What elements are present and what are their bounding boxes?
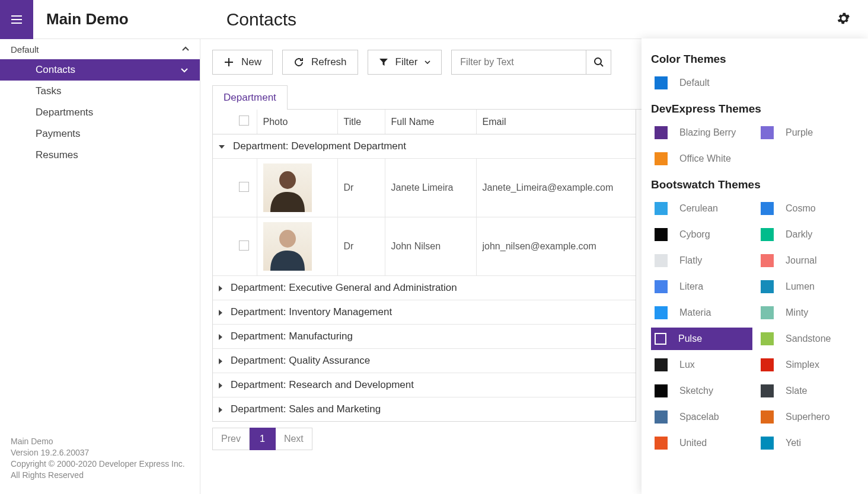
contacts-grid: Photo Title Full Name Email Department: … [212, 110, 636, 422]
sidebar-item-tasks[interactable]: Tasks [0, 81, 200, 102]
triangle-right-icon [219, 334, 222, 340]
group-row[interactable]: Department: Development Department [213, 134, 636, 159]
hamburger-icon [9, 12, 24, 27]
color-swatch [655, 280, 668, 293]
color-swatch [761, 410, 774, 424]
theme-label: Simplex [786, 360, 819, 370]
page-prev[interactable]: Prev [212, 428, 250, 450]
theme-yeti[interactable]: Yeti [757, 432, 859, 454]
theme-label: Minty [786, 307, 808, 318]
color-swatch [761, 254, 774, 267]
theme-label: Darkly [786, 229, 812, 240]
theme-sandstone[interactable]: Sandstone [757, 328, 859, 350]
theme-label: Sketchy [679, 386, 713, 396]
svg-point-0 [595, 58, 601, 65]
theme-litera[interactable]: Litera [651, 275, 752, 298]
filter-icon [379, 57, 388, 67]
theme-journal[interactable]: Journal [757, 249, 859, 272]
theme-superhero[interactable]: Superhero [757, 406, 859, 428]
color-swatch [655, 437, 668, 450]
group-row[interactable]: Department: Executive General and Admini… [213, 276, 636, 300]
theme-united[interactable]: United [651, 432, 752, 454]
group-label: Department: Sales and Marketing [231, 403, 381, 415]
theme-darkly[interactable]: Darkly [757, 223, 859, 246]
footer-line-4: All Rights Reserved [11, 470, 189, 481]
row-checkbox[interactable] [239, 182, 249, 192]
table-row[interactable]: Dr John Nilsen john_nilsen@example.com [213, 217, 636, 276]
sidebar-item-resumes[interactable]: Resumes [0, 145, 200, 166]
theme-blazing-berry[interactable]: Blazing Berry [651, 121, 752, 144]
col-email[interactable]: Email [476, 110, 636, 134]
svg-point-2 [279, 230, 296, 248]
theme-cerulean[interactable]: Cerulean [651, 197, 752, 220]
settings-button[interactable] [836, 11, 851, 28]
header-checkbox[interactable] [239, 116, 249, 126]
page-title: Contacts [226, 9, 296, 30]
theme-cosmo[interactable]: Cosmo [757, 197, 859, 220]
theme-panel: Color Themes Default DevExpress Themes B… [642, 39, 868, 494]
group-label: Department: Manufacturing [231, 331, 353, 342]
color-swatch [761, 228, 774, 241]
filter-text-input[interactable] [451, 50, 586, 75]
color-swatch [761, 280, 774, 293]
title-cell: Dr [337, 217, 385, 276]
theme-minty[interactable]: Minty [757, 301, 859, 324]
filter-group [451, 50, 611, 75]
theme-purple[interactable]: Purple [757, 121, 859, 144]
hamburger-button[interactable] [0, 0, 33, 39]
theme-lumen[interactable]: Lumen [757, 275, 859, 298]
theme-default[interactable]: Default [651, 72, 859, 94]
theme-label: Office White [679, 153, 731, 164]
color-swatch [761, 437, 774, 450]
fullname-cell: Janete Limeira [385, 159, 476, 217]
refresh-label: Refresh [311, 56, 347, 68]
theme-label: Flatly [679, 255, 702, 266]
color-swatch [655, 152, 668, 165]
theme-label: Default [679, 78, 710, 88]
sidebar-footer: Main Demo Version 19.2.6.20037 Copyright… [0, 428, 200, 494]
theme-lux[interactable]: Lux [651, 354, 752, 376]
theme-section-devexpress: DevExpress Themes [651, 102, 859, 116]
refresh-button[interactable]: Refresh [282, 50, 358, 75]
group-row[interactable]: Department: Sales and Marketing [213, 397, 636, 422]
group-label: Department: Inventory Management [231, 306, 392, 317]
sidebar-item-contacts[interactable]: Contacts [0, 59, 200, 81]
group-row[interactable]: Department: Manufacturing [213, 325, 636, 349]
row-checkbox[interactable] [239, 240, 249, 251]
footer-line-2: Version 19.2.6.20037 [11, 447, 189, 458]
triangle-right-icon [219, 310, 222, 316]
theme-section-color: Color Themes [651, 53, 859, 66]
theme-office-white[interactable]: Office White [651, 147, 752, 170]
theme-flatly[interactable]: Flatly [651, 249, 752, 272]
theme-simplex[interactable]: Simplex [757, 354, 859, 376]
search-button[interactable] [586, 50, 611, 75]
group-row[interactable]: Department: Quality Assurance [213, 349, 636, 373]
top-bar: Main Demo Contacts [0, 0, 868, 39]
theme-slate[interactable]: Slate [757, 380, 859, 402]
page-next[interactable]: Next [276, 428, 312, 450]
theme-label: Spacelab [679, 412, 719, 422]
nav-group-header[interactable]: Default [0, 39, 200, 59]
theme-sketchy[interactable]: Sketchy [651, 380, 752, 402]
sidebar-item-payments[interactable]: Payments [0, 123, 200, 145]
filter-button[interactable]: Filter [368, 50, 442, 75]
theme-spacelab[interactable]: Spacelab [651, 406, 752, 428]
group-row[interactable]: Department: Inventory Management [213, 300, 636, 325]
theme-cyborg[interactable]: Cyborg [651, 223, 752, 246]
tab-department[interactable]: Department [212, 85, 288, 110]
group-row[interactable]: Department: Research and Development [213, 373, 636, 397]
theme-label: Superhero [786, 412, 830, 422]
new-button[interactable]: New [212, 50, 273, 75]
sidebar-item-departments[interactable]: Departments [0, 102, 200, 123]
triangle-right-icon [219, 358, 222, 364]
table-row[interactable]: Dr Janete Limeira Janete_Limeira@example… [213, 159, 636, 217]
col-title[interactable]: Title [337, 110, 385, 134]
new-label: New [241, 56, 261, 68]
page-1[interactable]: 1 [250, 428, 276, 450]
col-full-name[interactable]: Full Name [385, 110, 476, 134]
color-swatch [655, 202, 668, 215]
theme-pulse[interactable]: Pulse [651, 328, 752, 350]
theme-materia[interactable]: Materia [651, 301, 752, 324]
col-photo[interactable]: Photo [257, 110, 337, 134]
group-label: Department: Quality Assurance [231, 355, 370, 366]
